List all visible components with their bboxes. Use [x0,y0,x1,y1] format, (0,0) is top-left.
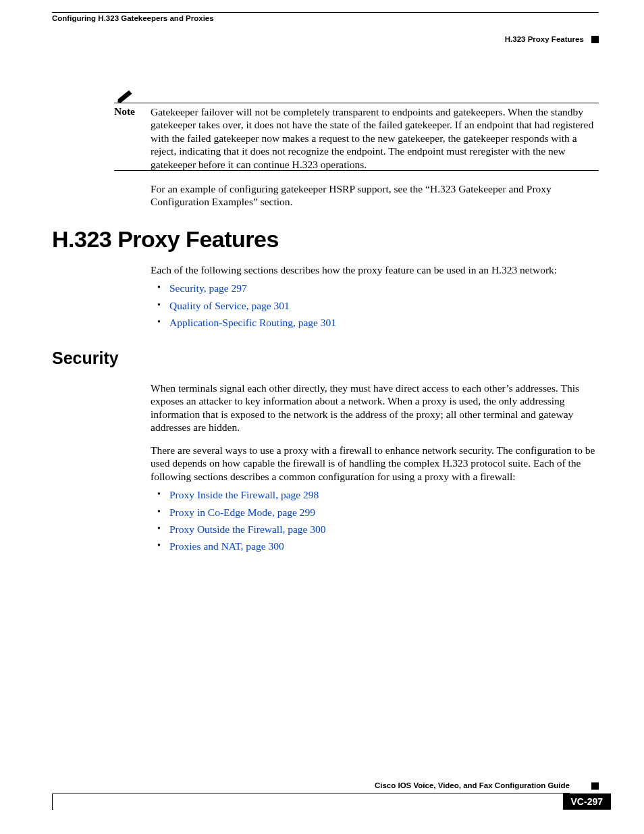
note-label: Note [114,105,135,118]
list-item: Security, page 297 [169,282,599,294]
crop-mark-icon [52,794,53,810]
link-asr[interactable]: Application-Specific Routing, page 301 [169,317,336,328]
heading-h323-proxy-features: H.323 Proxy Features [52,226,279,253]
header-end-square-icon [591,36,599,43]
list-item: Quality of Service, page 301 [169,299,599,312]
security-paragraph-2: There are several ways to use a proxy wi… [151,444,599,557]
heading-security: Security [52,348,119,368]
note-text: Gatekeeper failover will not be complete… [151,105,599,171]
running-head-right: H.323 Proxy Features [505,35,599,43]
link-qos[interactable]: Quality of Service, page 301 [169,300,290,311]
security-paragraph-2-text: There are several ways to use a proxy wi… [151,444,595,482]
link-proxies-nat[interactable]: Proxies and NAT, page 300 [169,540,284,552]
running-head-right-text: H.323 Proxy Features [505,35,584,43]
list-item: Proxy in Co-Edge Mode, page 299 [169,506,599,519]
header-rule [52,12,599,13]
note-rule-top [114,103,599,103]
list-item: Application-Specific Routing, page 301 [169,316,599,329]
link-proxy-coedge[interactable]: Proxy in Co-Edge Mode, page 299 [169,506,315,518]
paragraph-hsrp-example: For an example of configuring gatekeeper… [151,182,599,209]
security-paragraph-1: When terminals signal each other directl… [151,382,599,434]
footer-end-square-icon [591,783,599,790]
footer-rule [52,793,570,793]
pencil-icon [115,87,135,103]
page-number: VC-297 [563,793,611,810]
intro-text: Each of the following sections describes… [151,264,557,276]
firewall-links-list: Proxy Inside the Firewall, page 298 Prox… [151,488,599,553]
running-head-left: Configuring H.323 Gatekeepers and Proxie… [52,14,599,22]
footer-guide-title: Cisco IOS Voice, Video, and Fax Configur… [375,781,570,789]
list-item: Proxies and NAT, page 300 [169,540,599,552]
list-item: Proxy Outside the Firewall, page 300 [169,523,599,536]
link-security[interactable]: Security, page 297 [169,282,247,294]
note-rule-bottom [114,170,599,171]
section-links-list: Security, page 297 Quality of Service, p… [151,282,599,329]
intro-paragraph: Each of the following sections describes… [151,263,599,334]
list-item: Proxy Inside the Firewall, page 298 [169,488,599,501]
link-proxy-inside[interactable]: Proxy Inside the Firewall, page 298 [169,489,319,500]
link-proxy-outside[interactable]: Proxy Outside the Firewall, page 300 [169,523,326,535]
